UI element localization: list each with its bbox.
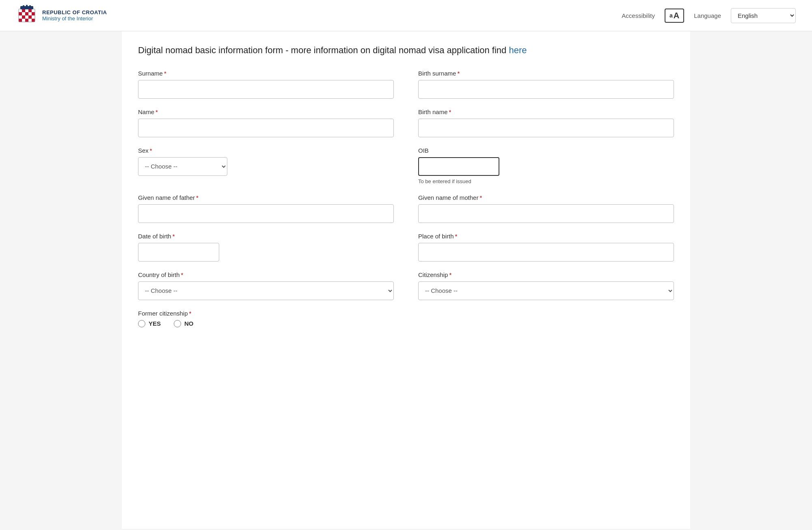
oib-helper: To be entered if issued bbox=[418, 178, 674, 184]
former-citizenship-label: Former citizenship* bbox=[138, 310, 674, 317]
main-content: Digital nomad basic information form - m… bbox=[122, 31, 690, 529]
svg-rect-12 bbox=[22, 15, 25, 19]
dob-required: * bbox=[173, 233, 175, 240]
father-input[interactable] bbox=[138, 204, 394, 223]
country-of-birth-required: * bbox=[181, 271, 184, 278]
former-citizenship-radio-group: YES NO bbox=[138, 320, 674, 327]
sex-label: Sex* bbox=[138, 147, 227, 154]
former-citizenship-required: * bbox=[189, 310, 192, 317]
digital-nomad-form: Surname* Birth surname* Name* bbox=[138, 70, 674, 337]
logo-area: REPUBLIC OF CROATIA Ministry of the Inte… bbox=[16, 5, 107, 26]
svg-rect-7 bbox=[22, 12, 25, 15]
birth-surname-group: Birth surname* bbox=[418, 70, 674, 99]
place-of-birth-group: Place of birth* bbox=[418, 233, 674, 262]
surname-required: * bbox=[164, 70, 166, 77]
father-group: Given name of father* bbox=[138, 194, 394, 223]
sex-select[interactable]: -- Choose -- Male Female bbox=[138, 157, 227, 176]
coat-of-arms-icon bbox=[16, 5, 37, 26]
page-title: Digital nomad basic information form - m… bbox=[138, 44, 674, 57]
mother-group: Given name of mother* bbox=[418, 194, 674, 223]
accessibility-label: Accessibility bbox=[622, 12, 655, 19]
svg-rect-2 bbox=[22, 9, 25, 12]
svg-rect-19 bbox=[28, 19, 32, 22]
svg-rect-11 bbox=[19, 15, 22, 19]
svg-rect-25 bbox=[29, 5, 31, 8]
name-input[interactable] bbox=[138, 119, 394, 137]
birth-surname-input[interactable] bbox=[418, 80, 674, 99]
form-grid: Surname* Birth surname* Name* bbox=[138, 70, 674, 337]
page-title-text: Digital nomad basic information form - m… bbox=[138, 45, 509, 55]
dob-group: Date of birth* bbox=[138, 233, 394, 262]
svg-rect-13 bbox=[25, 15, 28, 19]
language-select[interactable]: English Hrvatski bbox=[731, 8, 796, 23]
svg-rect-1 bbox=[19, 9, 22, 12]
place-of-birth-required: * bbox=[455, 233, 458, 240]
no-option[interactable]: NO bbox=[174, 320, 194, 327]
name-required: * bbox=[155, 108, 158, 115]
birth-name-group: Birth name* bbox=[418, 108, 674, 137]
citizenship-label: Citizenship* bbox=[418, 271, 674, 278]
svg-rect-6 bbox=[19, 12, 22, 15]
no-label: NO bbox=[184, 320, 194, 327]
birth-surname-label: Birth surname* bbox=[418, 70, 674, 77]
svg-rect-20 bbox=[32, 19, 35, 22]
citizenship-required: * bbox=[449, 271, 451, 278]
oib-label: OIB bbox=[418, 147, 674, 154]
svg-rect-24 bbox=[26, 5, 28, 8]
svg-rect-16 bbox=[19, 19, 22, 22]
country-of-birth-label: Country of birth* bbox=[138, 271, 394, 278]
svg-rect-15 bbox=[32, 15, 35, 19]
svg-rect-5 bbox=[32, 9, 35, 12]
page-header: REPUBLIC OF CROATIA Ministry of the Inte… bbox=[0, 0, 812, 31]
birth-name-input[interactable] bbox=[418, 119, 674, 137]
font-large-icon: A bbox=[674, 11, 679, 20]
yes-radio[interactable] bbox=[138, 320, 145, 327]
birth-name-label: Birth name* bbox=[418, 108, 674, 115]
mother-required: * bbox=[479, 194, 482, 201]
sex-required: * bbox=[150, 147, 152, 154]
svg-rect-23 bbox=[23, 5, 24, 8]
citizenship-select[interactable]: -- Choose -- bbox=[418, 281, 674, 300]
former-citizenship-group: Former citizenship* YES NO bbox=[138, 310, 674, 327]
header-right: Accessibility a A Language English Hrvat… bbox=[622, 8, 796, 23]
country-of-birth-select[interactable]: -- Choose -- bbox=[138, 281, 394, 300]
ministry-name: Ministry of the Interior bbox=[42, 15, 107, 22]
svg-rect-10 bbox=[32, 12, 35, 15]
surname-label: Surname* bbox=[138, 70, 394, 77]
svg-rect-18 bbox=[25, 19, 28, 22]
father-required: * bbox=[196, 194, 199, 201]
font-small-icon: a bbox=[669, 12, 673, 19]
svg-rect-9 bbox=[28, 12, 32, 15]
logo-text: REPUBLIC OF CROATIA Ministry of the Inte… bbox=[42, 9, 107, 22]
birth-name-required: * bbox=[449, 108, 451, 115]
oib-input[interactable] bbox=[418, 157, 499, 176]
birth-surname-required: * bbox=[457, 70, 460, 77]
yes-label: YES bbox=[149, 320, 161, 327]
oib-group: OIB To be entered if issued bbox=[418, 147, 674, 184]
dob-input[interactable] bbox=[138, 243, 219, 262]
name-label: Name* bbox=[138, 108, 394, 115]
place-of-birth-label: Place of birth* bbox=[418, 233, 674, 240]
svg-rect-8 bbox=[25, 12, 28, 15]
svg-rect-4 bbox=[28, 9, 32, 12]
country-name: REPUBLIC OF CROATIA bbox=[42, 9, 107, 15]
language-label: Language bbox=[694, 12, 721, 19]
surname-input[interactable] bbox=[138, 80, 394, 99]
yes-option[interactable]: YES bbox=[138, 320, 161, 327]
dob-label: Date of birth* bbox=[138, 233, 394, 240]
no-radio[interactable] bbox=[174, 320, 181, 327]
surname-group: Surname* bbox=[138, 70, 394, 99]
mother-input[interactable] bbox=[418, 204, 674, 223]
svg-rect-3 bbox=[25, 9, 28, 12]
svg-rect-14 bbox=[28, 15, 32, 19]
mother-label: Given name of mother* bbox=[418, 194, 674, 201]
svg-rect-17 bbox=[22, 19, 25, 22]
citizenship-group: Citizenship* -- Choose -- bbox=[418, 271, 674, 300]
place-of-birth-input[interactable] bbox=[418, 243, 674, 262]
country-of-birth-group: Country of birth* -- Choose -- bbox=[138, 271, 394, 300]
here-link[interactable]: here bbox=[509, 45, 527, 55]
name-group: Name* bbox=[138, 108, 394, 137]
father-label: Given name of father* bbox=[138, 194, 394, 201]
sex-group: Sex* -- Choose -- Male Female bbox=[138, 147, 227, 184]
font-size-toggle[interactable]: a A bbox=[665, 9, 684, 23]
